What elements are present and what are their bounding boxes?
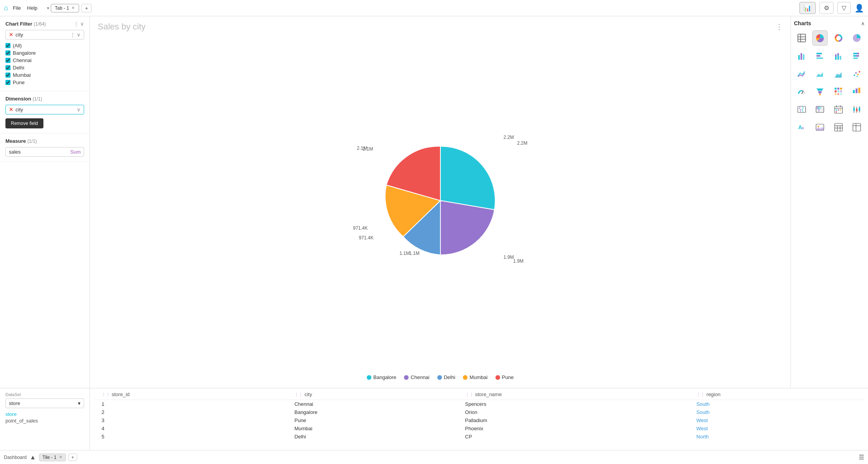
chart-menu-icon[interactable]: ⋮ (776, 23, 783, 31)
table-row: 2 Bangalore Orion South (94, 408, 864, 416)
chart-type-text-table[interactable] (831, 119, 846, 135)
chart-type-pie-alt[interactable] (849, 30, 865, 46)
legend-delhi: Delhi (437, 374, 456, 380)
svg-rect-35 (835, 90, 837, 92)
svg-rect-14 (840, 56, 841, 60)
legend-dot-chennai (404, 375, 409, 380)
svg-rect-32 (835, 88, 837, 90)
chart-type-candlestick[interactable] (849, 102, 865, 117)
chart-type-pivot[interactable] (849, 119, 865, 135)
filter-more-icon[interactable]: ⋮ (70, 32, 75, 38)
tab-dropdown-icon[interactable]: ▾ (47, 5, 49, 11)
right-panel-collapse-icon[interactable]: ∧ (861, 21, 865, 26)
chart-type-donut[interactable] (831, 30, 846, 46)
col-store-id: ⋮⋮store_id (94, 388, 286, 400)
legend-dot-delhi (437, 375, 442, 380)
checkbox-pune[interactable]: Pune (5, 79, 84, 86)
chart-type-table[interactable] (794, 30, 809, 46)
checkbox-delhi[interactable]: Delhi (5, 64, 84, 71)
svg-rect-33 (837, 88, 839, 90)
checkbox-mumbai[interactable]: Mumbai (5, 71, 84, 79)
svg-point-25 (857, 74, 859, 75)
checkbox-chennai[interactable]: Chennai (5, 57, 84, 64)
chart-filter-controls[interactable]: ⋮ ∨ (74, 21, 84, 27)
checkbox-bangalore[interactable]: Bangalore (5, 49, 84, 57)
svg-rect-4 (798, 55, 800, 60)
dashboard-toggle-icon[interactable]: ▲ (30, 454, 36, 461)
tile-tab-close-icon[interactable]: ✕ (59, 455, 62, 460)
chart-type-hbar[interactable] (812, 48, 828, 64)
col-icon-store-id: ⋮⋮ (102, 392, 110, 397)
chart-type-waterfall[interactable] (849, 84, 865, 99)
col-store-name: ⋮⋮store_name (457, 388, 689, 400)
legend-chennai: Chennai (404, 374, 429, 380)
remove-field-button[interactable]: Remove field (5, 118, 43, 128)
chart-type-funnel[interactable] (812, 84, 828, 99)
chart-type-geo2[interactable] (812, 102, 828, 117)
svg-rect-43 (858, 88, 860, 93)
table-row: 3 Pune Palladium West (94, 416, 864, 424)
more-icon[interactable]: ⋮ (74, 21, 79, 27)
store-table-link[interactable]: store (5, 411, 84, 417)
col-icon-region: ⋮⋮ (696, 392, 705, 397)
legend-dot-pune (495, 375, 500, 380)
legend-pune: Pune (495, 374, 514, 380)
filter-down-icon[interactable]: ∨ (77, 32, 81, 38)
legend-mumbai: Mumbai (463, 374, 487, 380)
chart-type-gauge[interactable] (794, 84, 809, 99)
bar-chart-icon-button[interactable]: 📊 (799, 2, 816, 14)
svg-rect-72 (853, 123, 861, 131)
tab-1[interactable]: Tab - 1 ✕ (51, 4, 79, 12)
chart-type-calendar[interactable] (831, 102, 846, 117)
add-tab-button[interactable]: + (81, 4, 91, 12)
bottom-list-icon[interactable]: ☰ (859, 454, 864, 461)
svg-rect-55 (836, 111, 837, 113)
chart-type-area[interactable] (812, 66, 828, 81)
add-tile-button[interactable]: + (68, 454, 78, 461)
menu-help[interactable]: Help (27, 5, 38, 11)
chart-filter-section: Chart Filter (1/64) ⋮ ∨ ✕ city ⋮ ∨ (All)… (0, 16, 90, 91)
filter-checkbox-list: (All) Bangalore Chennai Delhi Mumbai Pun… (5, 42, 84, 86)
svg-point-65 (818, 126, 819, 127)
svg-rect-38 (835, 93, 837, 95)
chart-type-image[interactable] (812, 119, 828, 135)
dimension-down-icon[interactable]: ∨ (77, 107, 81, 113)
chart-type-text[interactable]: A a (794, 119, 809, 135)
remove-dimension-icon[interactable]: ✕ (9, 107, 13, 113)
tab-close-icon[interactable]: ✕ (71, 5, 75, 10)
filter-icon-button[interactable]: ▽ (837, 2, 851, 14)
svg-point-26 (859, 71, 860, 73)
menu-file[interactable]: File (13, 5, 21, 11)
svg-rect-39 (837, 93, 839, 95)
settings-icon-button[interactable]: ⚙ (820, 2, 833, 14)
chart-type-stacked-bar[interactable] (831, 48, 846, 64)
chart-type-bar[interactable] (794, 48, 809, 64)
chart-type-scatter[interactable] (849, 66, 865, 81)
table-body: 1 Chennai Spencers South 2 Bangalore Ori… (94, 400, 864, 441)
col-icon-store-name: ⋮⋮ (465, 392, 474, 397)
chart-filter-title: Chart Filter (1/64) (5, 21, 46, 27)
chart-type-heatmap-grid[interactable] (831, 84, 846, 99)
chart-type-geo[interactable] (794, 102, 809, 117)
chart-type-pie[interactable] (812, 30, 828, 46)
tile-tab-1[interactable]: Tile - 1 ✕ (39, 454, 66, 461)
remove-city-filter-icon[interactable]: ✕ (9, 32, 13, 38)
top-right-controls: 📊 ⚙ ▽ 👤 (799, 2, 864, 14)
home-icon[interactable]: ⌂ (4, 4, 8, 12)
dimension-header: Dimension (1/1) (5, 96, 84, 102)
tab-bar: ▾ Tab - 1 ✕ + (47, 4, 799, 12)
chart-icons-grid: A a (794, 30, 865, 135)
chart-header: Sales by city ⋮ (90, 16, 790, 32)
chart-type-hstacked-bar[interactable] (849, 48, 865, 64)
chart-type-stacked-area[interactable] (831, 66, 846, 81)
svg-marker-31 (819, 94, 821, 95)
svg-rect-57 (853, 108, 855, 111)
right-charts-panel: Charts ∧ (790, 16, 868, 388)
svg-marker-29 (816, 88, 823, 91)
chart-type-line[interactable] (794, 66, 809, 81)
svg-rect-8 (816, 55, 820, 57)
collapse-icon[interactable]: ∨ (80, 21, 84, 27)
dataset-select[interactable]: store ▾ (5, 398, 84, 408)
checkbox-all[interactable]: (All) (5, 42, 84, 49)
user-avatar[interactable]: 👤 (854, 3, 864, 13)
